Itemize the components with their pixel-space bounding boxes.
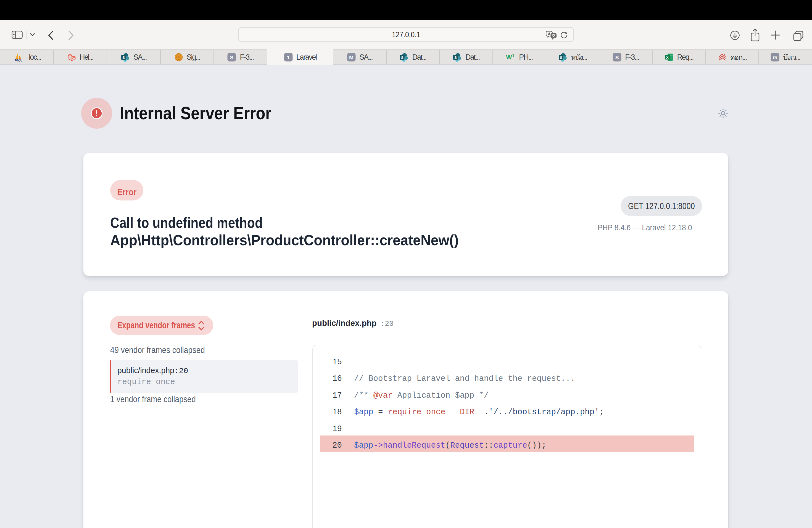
svg-text:X: X (666, 55, 669, 60)
svg-text:PMA: PMA (15, 59, 22, 62)
svg-text:S: S (560, 55, 562, 59)
svg-text:S: S (615, 55, 619, 60)
svg-text:S: S (401, 55, 404, 59)
svg-text:S: S (454, 55, 457, 59)
svg-text:W: W (506, 54, 512, 61)
svg-text:1: 1 (287, 55, 290, 60)
svg-text:M: M (349, 55, 353, 60)
svg-text:3: 3 (512, 53, 514, 57)
svg-text:S: S (230, 55, 234, 60)
svg-text:G: G (773, 55, 777, 60)
svg-text:S: S (122, 55, 125, 59)
